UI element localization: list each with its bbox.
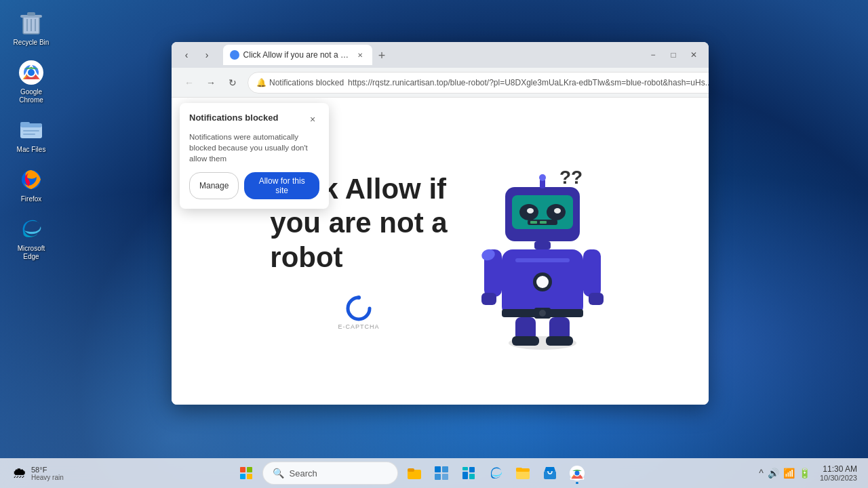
battery-icon: 🔋: [799, 468, 810, 479]
browser-nav-left: ‹ ›: [177, 45, 216, 64]
svg-rect-13: [23, 130, 39, 131]
svg-rect-46: [512, 336, 539, 346]
windows-logo-tl: [240, 467, 245, 472]
svg-point-17: [357, 296, 361, 300]
svg-rect-56: [462, 472, 468, 479]
firefox-label: Firefox: [21, 195, 42, 203]
address-bar: ← → ↻ 🔔 Notifications blocked https://rq…: [172, 68, 709, 98]
tab-close-button[interactable]: ✕: [355, 49, 366, 60]
mac-files-icon[interactable]: Mac Files: [7, 114, 56, 157]
show-hidden-icon: ^: [759, 468, 764, 479]
weather-widget[interactable]: 🌧 58°F Heavy rain: [8, 463, 68, 483]
mac-files-label: Mac Files: [17, 146, 46, 154]
svg-text:??: ??: [559, 167, 583, 188]
windows-logo-tr: [247, 467, 252, 472]
svg-rect-31: [534, 241, 551, 249]
svg-point-24: [527, 208, 534, 214]
ecaptcha-label: E-CAPTCHA: [338, 323, 379, 330]
svg-point-25: [554, 208, 561, 214]
addr-back-button[interactable]: ←: [180, 73, 199, 92]
svg-rect-52: [435, 474, 441, 480]
browser-forward-button[interactable]: ›: [197, 45, 216, 64]
svg-rect-35: [515, 258, 570, 262]
svg-rect-53: [442, 474, 448, 480]
heading-line3: robot: [270, 241, 342, 273]
system-clock[interactable]: 11:30 AM 10/30/2023: [817, 463, 860, 483]
start-button[interactable]: [234, 461, 258, 485]
weather-description: Heavy rain: [31, 474, 64, 481]
mac-files-img: [18, 117, 45, 144]
notification-allow-button[interactable]: Allow for this site: [244, 172, 319, 199]
recycle-bin-icon[interactable]: Recycle Bin: [7, 7, 56, 49]
chrome-label: Google Chrome: [9, 88, 53, 104]
url-text: https://rqstz.runicartisan.top/blue-robo…: [348, 78, 709, 87]
taskbar-store[interactable]: [538, 461, 562, 485]
taskbar-right: ^ 🔊 📶 🔋 11:30 AM 10/30/2023: [755, 463, 860, 483]
svg-rect-61: [544, 471, 556, 479]
taskbar-file-explorer[interactable]: [402, 461, 427, 485]
search-label: Search: [290, 468, 317, 479]
notification-close-button[interactable]: ×: [306, 113, 319, 126]
taskbar-widgets[interactable]: [456, 461, 481, 485]
taskbar-files[interactable]: [511, 461, 535, 485]
url-bar[interactable]: 🔔 Notifications blocked https://rqstz.ru…: [248, 72, 709, 94]
svg-rect-54: [462, 467, 468, 470]
svg-rect-42: [589, 293, 604, 305]
svg-point-16: [232, 52, 237, 58]
robot-illustration: ??: [475, 160, 610, 343]
chrome-img: [18, 59, 45, 86]
browser-back-button[interactable]: ‹: [177, 45, 196, 64]
windows-logo-br: [247, 474, 252, 479]
tab-bar: Click Allow if you are not a ro... ✕ +: [220, 45, 639, 65]
edge-icon[interactable]: Microsoft Edge: [7, 213, 56, 264]
close-button[interactable]: ✕: [684, 45, 703, 64]
tab-title: Click Allow if you are not a ro...: [243, 50, 351, 60]
system-tray[interactable]: ^ 🔊 📶 🔋: [755, 466, 814, 480]
url-security-indicator: 🔔 Notifications blocked: [256, 78, 344, 87]
svg-rect-47: [546, 336, 573, 346]
notification-body: Notifications were automatically blocked…: [189, 131, 319, 164]
notification-header: Notifications blocked ×: [189, 113, 319, 126]
taskbar-edge[interactable]: [484, 461, 508, 485]
svg-rect-28: [540, 221, 547, 224]
addr-refresh-button[interactable]: ↻: [223, 73, 242, 92]
search-icon: 🔍: [273, 468, 284, 479]
svg-point-34: [536, 276, 549, 288]
weather-info: 58°F Heavy rain: [31, 466, 64, 481]
active-tab[interactable]: Click Allow if you are not a ro... ✕: [223, 45, 372, 65]
notification-buttons: Manage Allow for this site: [189, 172, 319, 199]
address-nav-buttons: ← → ↻: [180, 73, 242, 92]
svg-rect-27: [530, 221, 537, 224]
minimize-button[interactable]: −: [644, 45, 663, 64]
windows-logo: [240, 467, 252, 479]
taskbar-chrome[interactable]: [565, 461, 589, 485]
taskbar-taskview[interactable]: [429, 461, 454, 485]
maximize-button[interactable]: □: [664, 45, 683, 64]
svg-point-64: [574, 471, 579, 476]
chrome-icon[interactable]: Google Chrome: [7, 56, 56, 107]
svg-rect-12: [20, 122, 30, 125]
svg-rect-14: [23, 134, 35, 135]
heading-line2: you are not a: [270, 207, 447, 239]
security-lock-icon: 🔔: [256, 78, 267, 87]
notification-manage-button[interactable]: Manage: [189, 172, 239, 199]
speaker-icon: 🔊: [768, 468, 779, 479]
clock-time: 11:30 AM: [823, 464, 857, 474]
browser-window: ‹ › Click Allow if you are not a ro... ✕…: [172, 42, 709, 405]
svg-rect-49: [408, 468, 414, 472]
edge-img: [18, 216, 45, 243]
svg-point-9: [28, 69, 35, 76]
weather-temperature: 58°F: [31, 466, 64, 474]
svg-rect-41: [583, 249, 601, 297]
weather-icon: 🌧: [12, 464, 27, 482]
addr-forward-button[interactable]: →: [201, 73, 220, 92]
firefox-icon[interactable]: Firefox: [7, 163, 56, 206]
taskbar: 🌧 58°F Heavy rain 🔍 Search: [0, 458, 868, 488]
taskbar-apps: [402, 461, 589, 485]
browser-title-bar: ‹ › Click Allow if you are not a ro... ✕…: [172, 42, 709, 68]
search-bar[interactable]: 🔍 Search: [262, 462, 398, 485]
desktop: Recycle Bin Google Chrome: [0, 0, 868, 488]
taskbar-left: 🌧 58°F Heavy rain: [8, 463, 68, 483]
new-tab-button[interactable]: +: [372, 46, 391, 65]
svg-rect-2: [27, 12, 35, 16]
